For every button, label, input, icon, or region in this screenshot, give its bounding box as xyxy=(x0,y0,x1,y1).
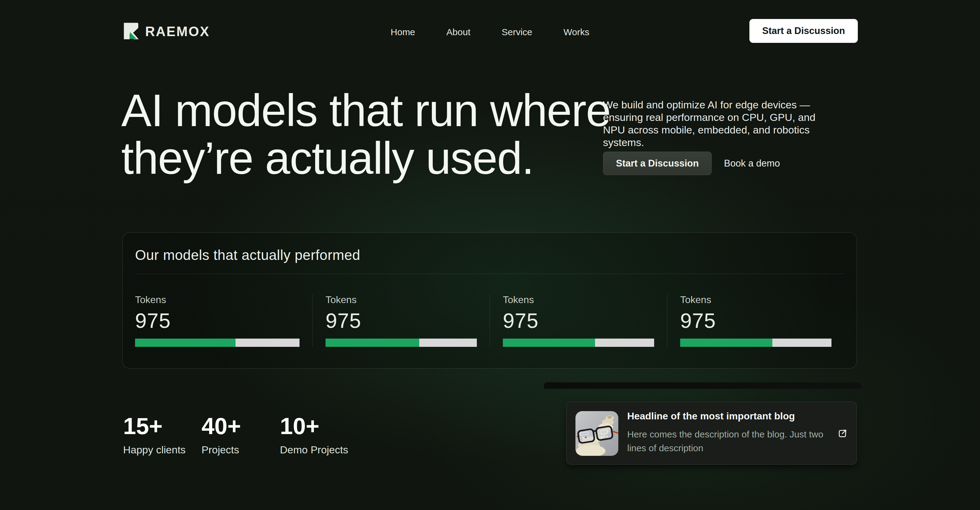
token-progress-fill xyxy=(680,338,772,347)
hero-heading-line-2: they’re actually used. xyxy=(121,134,610,182)
token-progress-track xyxy=(680,338,832,347)
models-performance-card: Our models that actually performed Token… xyxy=(123,232,857,369)
token-metric-label: Tokens xyxy=(326,294,477,305)
brand-logo-text: RAEMOX xyxy=(145,24,210,39)
stat-value: 40+ xyxy=(202,414,280,439)
token-metric-label: Tokens xyxy=(680,294,832,305)
blog-card[interactable]: Headline of the most important blog Here… xyxy=(566,402,857,465)
token-metric: Tokens 975 xyxy=(135,294,312,347)
token-metric: Tokens 975 xyxy=(667,294,844,347)
hero-description: We build and optimize AI for edge device… xyxy=(603,99,836,149)
nav-item-about[interactable]: About xyxy=(447,27,470,37)
token-metrics-grid: Tokens 975 Tokens 975 Tokens 975 Tokens … xyxy=(123,274,857,347)
stat-label: Happy clients xyxy=(123,444,202,456)
stat-value: 15+ xyxy=(123,414,202,439)
token-metric-value: 975 xyxy=(503,308,654,332)
hero-heading-line-1: AI models that run where xyxy=(121,87,610,134)
blog-card-title: Headline of the most important blog xyxy=(627,410,829,422)
stat-projects: 40+ Projects xyxy=(202,414,280,456)
token-metric: Tokens 975 xyxy=(490,294,667,347)
hero-actions: Start a Discussion Book a demo xyxy=(603,151,780,175)
token-metric-label: Tokens xyxy=(135,294,299,305)
stat-happy-clients: 15+ Happy clients xyxy=(123,414,202,456)
nav-item-works[interactable]: Works xyxy=(563,27,589,37)
hero-start-discussion-button[interactable]: Start a Discussion xyxy=(603,151,712,175)
book-demo-link[interactable]: Book a demo xyxy=(724,158,780,169)
token-metric-label: Tokens xyxy=(503,294,654,305)
hero-heading: AI models that run where they’re actuall… xyxy=(121,87,610,182)
external-link-icon[interactable] xyxy=(838,429,847,439)
blog-thumbnail-art xyxy=(576,411,618,456)
brand-logo[interactable]: RAEMOX xyxy=(123,22,210,41)
token-progress-track xyxy=(326,338,477,347)
token-progress-fill xyxy=(503,338,595,347)
token-progress-track xyxy=(503,338,654,347)
hero-description-block: We build and optimize AI for edge device… xyxy=(603,99,836,149)
stat-value: 10+ xyxy=(280,414,348,439)
main-nav: Home About Service Works xyxy=(391,27,590,37)
token-progress-fill xyxy=(326,338,419,347)
token-progress-fill xyxy=(135,338,235,347)
token-metric-value: 975 xyxy=(326,308,477,332)
header-start-discussion-button[interactable]: Start a Discussion xyxy=(749,19,858,43)
blog-card-description: Here comes the description of the blog. … xyxy=(627,427,829,455)
token-metric-value: 975 xyxy=(135,308,299,332)
models-card-title: Our models that actually performed xyxy=(123,233,857,263)
blog-thumbnail-image xyxy=(576,411,618,456)
blog-card-body: Headline of the most important blog Here… xyxy=(627,410,829,455)
token-progress-track xyxy=(135,338,299,347)
stat-demo-projects: 10+ Demo Projects xyxy=(280,414,348,456)
stats-row: 15+ Happy clients 40+ Projects 10+ Demo … xyxy=(123,414,348,456)
brand-logo-icon xyxy=(123,22,140,41)
token-metric-value: 975 xyxy=(680,308,832,332)
nav-item-service[interactable]: Service xyxy=(502,27,532,37)
landing-page: RAEMOX Home About Service Works Start a … xyxy=(0,0,980,510)
token-metric: Tokens 975 xyxy=(312,294,490,347)
nav-item-home[interactable]: Home xyxy=(391,27,415,37)
stat-label: Demo Projects xyxy=(280,444,348,456)
blog-card-stack-strip xyxy=(544,382,861,389)
stat-label: Projects xyxy=(202,444,280,456)
